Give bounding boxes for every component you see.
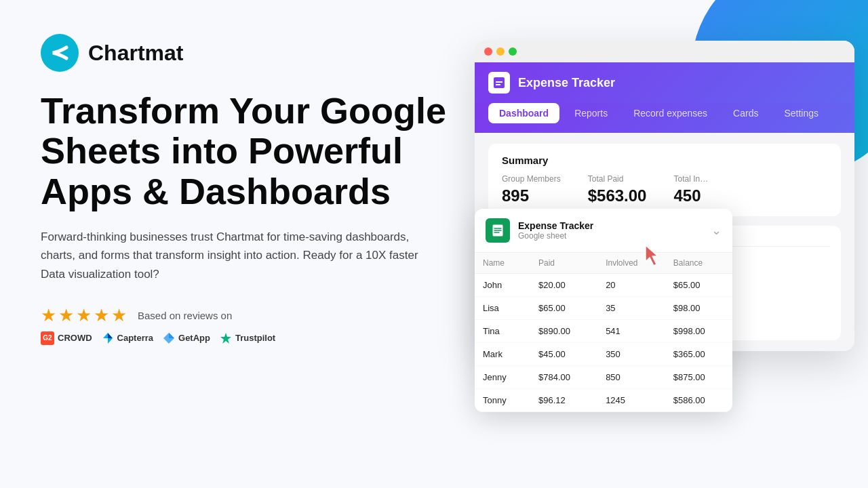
nav-record-expenses[interactable]: Record expenses — [623, 103, 718, 123]
table-row: Lisa $65.00 35 $98.00 — [475, 297, 732, 320]
stat-group-members-value: 895 — [502, 186, 561, 205]
cell-jenny-paid: $784.00 — [530, 366, 597, 389]
g2-badge: G2 CROWD — [41, 331, 92, 345]
hero-title: Transform Your Google Sheets into Powerf… — [41, 91, 488, 211]
dropdown-chevron-icon[interactable]: ⌄ — [711, 223, 722, 238]
chartmat-logo-icon — [41, 34, 79, 72]
getapp-icon — [163, 332, 175, 344]
stat-group-members-label: Group Members — [502, 174, 561, 184]
app-nav[interactable]: Dashboard Reports Record expenses Cards … — [475, 103, 854, 133]
review-badges: G2 CROWD Capterra GetApp — [41, 331, 488, 345]
star-rating: ★ ★ ★ ★ ★ — [41, 305, 127, 326]
summary-title: Summary — [502, 155, 827, 166]
based-on-text: Based on reviews on — [138, 310, 232, 321]
trustpilot-icon — [220, 332, 232, 344]
reviews-section: ★ ★ ★ ★ ★ Based on reviews on G2 CROWD C… — [41, 305, 488, 345]
getapp-badge: GetApp — [163, 332, 210, 344]
star-2: ★ — [58, 305, 74, 326]
svg-point-0 — [41, 34, 79, 72]
star-5: ★ — [111, 305, 127, 326]
svg-marker-2 — [169, 333, 174, 338]
trustpilot-label: Trustpilot — [235, 333, 275, 343]
summary-stats: Group Members 895 Total Paid $563.00 Tot… — [502, 174, 827, 205]
cell-lisa-balance: $98.00 — [665, 297, 732, 320]
logo-text: Chartmat — [88, 41, 183, 66]
cell-mark-name: Mark — [475, 343, 530, 366]
dropdown-subtitle: Google sheet — [518, 231, 593, 241]
cell-tonny-name: Tonny — [475, 389, 530, 412]
stat-total-paid: Total Paid $563.00 — [588, 174, 647, 205]
cell-tonny-balance: $586.00 — [665, 389, 732, 412]
star-4: ★ — [94, 305, 109, 326]
app-header: Expense Tracker — [475, 62, 854, 103]
svg-rect-5 — [496, 81, 502, 83]
cell-lisa-paid: $65.00 — [530, 297, 597, 320]
source-dropdown[interactable]: Expense Tracker Google sheet ⌄ Name Paid… — [475, 209, 732, 412]
maximize-button[interactable] — [509, 47, 517, 56]
table-row: Mark $45.00 350 $365.00 — [475, 343, 732, 366]
reviews-row: ★ ★ ★ ★ ★ Based on reviews on — [41, 305, 488, 326]
summary-card: Summary Group Members 895 Total Paid $56… — [488, 144, 841, 216]
svg-rect-6 — [496, 84, 500, 85]
stat-total-in-value: 450 — [673, 186, 708, 205]
dropdown-header: Expense Tracker Google sheet ⌄ — [475, 209, 732, 253]
star-3: ★ — [76, 305, 92, 326]
stat-total-paid-label: Total Paid — [588, 174, 647, 184]
stat-total-in-label: Total In… — [673, 174, 708, 184]
cell-mark-balance: $365.00 — [665, 343, 732, 366]
stat-group-members: Group Members 895 — [502, 174, 561, 205]
cell-tina-name: Tina — [475, 320, 530, 343]
cell-lisa-involved: 35 — [597, 297, 665, 320]
app-title: Expense Tracker — [518, 76, 615, 90]
col-name: Name — [475, 253, 530, 274]
capterra-label: Capterra — [117, 333, 153, 343]
col-balance: Balance — [665, 253, 732, 274]
window-titlebar — [475, 41, 854, 62]
cell-jenny-name: Jenny — [475, 366, 530, 389]
cell-john-paid: $20.00 — [530, 274, 597, 297]
cell-tonny-paid: $96.12 — [530, 389, 597, 412]
stat-total-paid-value: $563.00 — [588, 186, 647, 205]
dropdown-title-wrap: Expense Tracker Google sheet — [518, 220, 593, 241]
capterra-icon — [102, 332, 114, 344]
left-panel: Chartmat Transform Your Google Sheets in… — [41, 34, 488, 345]
table-row: Jenny $784.00 850 $875.00 — [475, 366, 732, 389]
nav-reports[interactable]: Reports — [564, 103, 618, 123]
cell-jenny-balance: $875.00 — [665, 366, 732, 389]
expense-tracker-icon — [492, 76, 506, 89]
stat-total-in: Total In… 450 — [673, 174, 708, 205]
getapp-label: GetApp — [178, 333, 210, 343]
google-sheets-icon — [486, 218, 510, 243]
nav-dashboard[interactable]: Dashboard — [488, 103, 559, 123]
expense-table: Name Paid Invlolved Balance John $20.00 … — [475, 253, 732, 412]
trustpilot-badge: Trustpilot — [220, 332, 275, 344]
cell-mark-involved: 350 — [597, 343, 665, 366]
cell-tina-balance: $998.00 — [665, 320, 732, 343]
cell-tonny-involved: 1245 — [597, 389, 665, 412]
cell-lisa-name: Lisa — [475, 297, 530, 320]
table-header-row: Name Paid Invlolved Balance — [475, 253, 732, 274]
table-row: Tonny $96.12 1245 $586.00 — [475, 389, 732, 412]
cell-mark-paid: $45.00 — [530, 343, 597, 366]
svg-marker-3 — [220, 333, 231, 344]
cell-jenny-involved: 850 — [597, 366, 665, 389]
g2-icon: G2 — [41, 331, 54, 345]
dropdown-title: Expense Tracker — [518, 220, 593, 231]
close-button[interactable] — [484, 47, 492, 56]
table-row: John $20.00 20 $65.00 — [475, 274, 732, 297]
nav-settings[interactable]: Settings — [773, 103, 829, 123]
cell-john-balance: $65.00 — [665, 274, 732, 297]
logo-row: Chartmat — [41, 34, 488, 72]
cell-tina-involved: 541 — [597, 320, 665, 343]
table-row: Tina $890.00 541 $998.00 — [475, 320, 732, 343]
app-icon-box — [488, 72, 510, 94]
hero-subtitle: Forward-thinking businesses trust Chartm… — [41, 228, 434, 283]
col-paid: Paid — [530, 253, 597, 274]
capterra-badge: Capterra — [102, 332, 153, 344]
minimize-button[interactable] — [496, 47, 505, 56]
star-1: ★ — [41, 305, 56, 326]
cell-john-involved: 20 — [597, 274, 665, 297]
col-involved: Invlolved — [597, 253, 665, 274]
nav-cards[interactable]: Cards — [722, 103, 769, 123]
cell-tina-paid: $890.00 — [530, 320, 597, 343]
